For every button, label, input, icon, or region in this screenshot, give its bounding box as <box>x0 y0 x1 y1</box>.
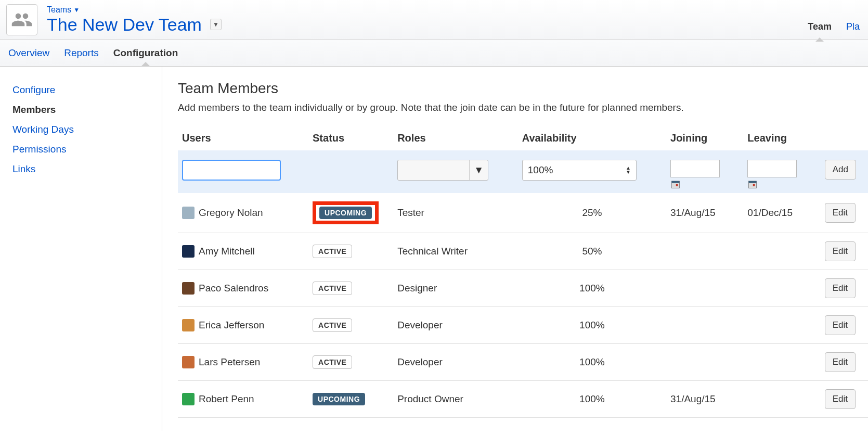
table-row: Paco Salendros ACTIVE Designer 100% Edit <box>178 270 868 307</box>
calendar-icon[interactable] <box>670 180 681 189</box>
availability-select[interactable]: 100% ▲▼ <box>522 160 637 181</box>
subnav-configuration[interactable]: Configuration <box>113 47 178 59</box>
status-badge: ACTIVE <box>313 318 352 332</box>
status-badge: ACTIVE <box>313 355 352 369</box>
svg-rect-1 <box>672 181 680 183</box>
sidebar-item-configure[interactable]: Configure <box>12 80 162 100</box>
header-tabs: Team Pla <box>808 21 860 35</box>
team-title[interactable]: The New Dev Team <box>47 15 202 35</box>
role-cell: Developer <box>393 307 518 344</box>
joining-cell <box>666 307 743 344</box>
edit-button[interactable]: Edit <box>825 241 856 261</box>
table-row: Gregory Nolan UPCOMING Tester 25% 31/Aug… <box>178 193 868 233</box>
edit-button[interactable]: Edit <box>825 389 856 409</box>
avatar <box>182 356 195 368</box>
user-input[interactable] <box>182 160 281 181</box>
availability-cell: 100% <box>518 270 666 307</box>
availability-value: 100% <box>528 164 553 176</box>
page-header: Teams ▼ The New Dev Team ▼ Team Pla <box>0 0 868 40</box>
col-header-users: Users <box>178 126 308 150</box>
leaving-cell <box>743 233 820 270</box>
role-cell: Technical Writer <box>393 233 518 270</box>
user-cell: Robert Penn <box>182 393 304 405</box>
calendar-icon[interactable] <box>747 180 758 189</box>
sidebar-item-members[interactable]: Members <box>12 100 162 120</box>
user-cell: Gregory Nolan <box>182 207 304 219</box>
svg-rect-5 <box>753 184 755 186</box>
role-cell: Designer <box>393 270 518 307</box>
user-cell: Amy Mitchell <box>182 245 304 258</box>
avatar <box>182 319 195 331</box>
tab-team[interactable]: Team <box>808 21 832 32</box>
edit-button[interactable]: Edit <box>825 278 856 298</box>
avatar <box>182 245 195 258</box>
col-header-joining: Joining <box>666 126 743 150</box>
leaving-cell <box>743 381 820 418</box>
leaving-cell <box>743 344 820 381</box>
table-row: Robert Penn UPCOMING Product Owner 100% … <box>178 381 868 418</box>
sidebar-item-permissions[interactable]: Permissions <box>12 139 162 159</box>
leaving-cell <box>743 270 820 307</box>
tab-plan[interactable]: Pla <box>846 21 860 32</box>
role-select[interactable]: ▼ <box>397 160 488 181</box>
team-avatar <box>6 4 37 35</box>
joining-cell: 31/Aug/15 <box>666 381 743 418</box>
avatar <box>182 282 195 295</box>
sidebar-item-working-days[interactable]: Working Days <box>12 120 162 139</box>
main-content: Team Members Add members to the team ind… <box>162 67 868 431</box>
status-badge: ACTIVE <box>313 282 352 295</box>
edit-button[interactable]: Edit <box>825 315 856 335</box>
add-button[interactable]: Add <box>825 160 856 180</box>
user-cell: Paco Salendros <box>182 282 304 295</box>
header-main: Teams ▼ The New Dev Team ▼ <box>47 5 808 35</box>
joining-cell <box>666 344 743 381</box>
svg-rect-2 <box>676 184 678 186</box>
members-table: Users Status Roles Availability Joining … <box>178 126 868 418</box>
user-name: Paco Salendros <box>199 283 268 294</box>
role-cell: Product Owner <box>393 381 518 418</box>
joining-cell: 31/Aug/15 <box>666 193 743 233</box>
avatar <box>182 207 195 219</box>
role-cell: Tester <box>393 193 518 233</box>
joining-cell <box>666 233 743 270</box>
breadcrumb-label: Teams <box>47 5 71 15</box>
col-header-status: Status <box>308 126 393 150</box>
caret-down-icon: ▼ <box>73 6 80 14</box>
highlight-annotation: UPCOMING <box>313 201 379 224</box>
stepper-icon: ▲▼ <box>626 166 631 174</box>
edit-button[interactable]: Edit <box>825 203 856 223</box>
col-header-roles: Roles <box>393 126 518 150</box>
table-row: Lars Petersen ACTIVE Developer 100% Edit <box>178 344 868 381</box>
subnav-overview[interactable]: Overview <box>8 47 49 59</box>
table-row: Erica Jefferson ACTIVE Developer 100% Ed… <box>178 307 868 344</box>
people-icon <box>11 9 33 31</box>
user-name: Gregory Nolan <box>199 207 263 219</box>
user-name: Robert Penn <box>199 393 254 405</box>
edit-button[interactable]: Edit <box>825 352 856 372</box>
availability-cell: 100% <box>518 307 666 344</box>
availability-cell: 50% <box>518 233 666 270</box>
page-description: Add members to the team individually or … <box>178 102 868 113</box>
user-name: Amy Mitchell <box>199 246 255 257</box>
sidebar-item-links[interactable]: Links <box>12 159 162 179</box>
leaving-date-input[interactable] <box>747 160 797 177</box>
role-cell: Developer <box>393 344 518 381</box>
table-row: Amy Mitchell ACTIVE Technical Writer 50%… <box>178 233 868 270</box>
user-name: Erica Jefferson <box>199 320 264 331</box>
sidebar: Configure Members Working Days Permissio… <box>0 67 162 431</box>
subnav-reports[interactable]: Reports <box>64 47 99 59</box>
availability-cell: 100% <box>518 381 666 418</box>
user-cell: Erica Jefferson <box>182 319 304 331</box>
status-badge: UPCOMING <box>313 393 365 405</box>
page-title: Team Members <box>178 80 868 97</box>
add-member-row: ▼ 100% ▲▼ <box>178 150 868 193</box>
subnav: Overview Reports Configuration <box>0 40 868 67</box>
joining-date-input[interactable] <box>670 160 720 177</box>
availability-cell: 100% <box>518 344 666 381</box>
user-cell: Lars Petersen <box>182 356 304 368</box>
joining-cell <box>666 270 743 307</box>
breadcrumb-teams[interactable]: Teams ▼ <box>47 5 80 15</box>
leaving-cell: 01/Dec/15 <box>743 193 820 233</box>
team-dropdown-button[interactable]: ▼ <box>210 19 222 30</box>
svg-rect-4 <box>749 181 757 183</box>
